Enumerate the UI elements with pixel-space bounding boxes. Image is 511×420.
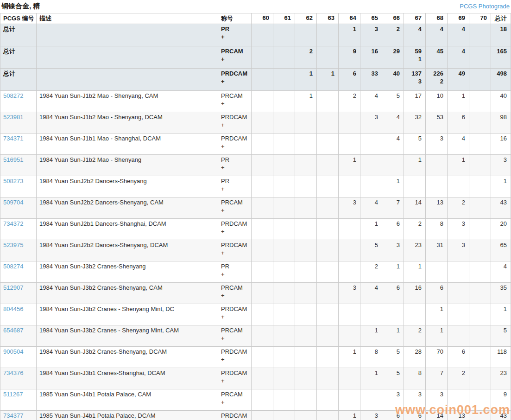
grade-count-cell (317, 197, 339, 219)
grade-count: 7 (440, 369, 443, 376)
total-count-cell: 3 (491, 155, 511, 176)
grade-count-cell (448, 176, 469, 197)
grade-count-cell (273, 389, 295, 411)
grade-count-cell (339, 112, 360, 134)
grade-count-cell (317, 112, 339, 134)
grade-count-cell (469, 176, 491, 197)
grade-count-cell (469, 197, 491, 219)
column-header: 称号 (218, 13, 252, 24)
grade-count-cell (273, 261, 295, 283)
grade-count-cell (317, 347, 339, 368)
grade-count: 137 (411, 70, 422, 77)
plus-designation-label: + (221, 185, 247, 193)
grade-count: 17 (415, 92, 422, 99)
grade-count: 13 (459, 412, 465, 419)
grade-count: 5 (397, 92, 400, 99)
description-cell: 1984 Yuan Sun-J1b2 Mao - Shenyang (37, 155, 218, 176)
column-header: 总计 (491, 13, 511, 24)
grade-count-cell: 29 (382, 46, 404, 69)
grade-count: 8 (375, 348, 378, 355)
pcgs-number-link[interactable]: 734371 (3, 135, 23, 142)
designation-label: PRCAM (221, 327, 243, 334)
grade-count-cell: 2262 (426, 69, 448, 91)
grade-count-cell: 16 (404, 283, 426, 304)
grade-count-cell (426, 261, 448, 283)
designation-label: PR (221, 178, 229, 185)
grade-count-cell: 14 (404, 197, 426, 219)
grade-count-cell: 1 (339, 411, 360, 420)
pcgs-number-link[interactable]: 900504 (3, 348, 23, 355)
grade-count: 6 (462, 348, 465, 355)
total-label: 总计 (0, 46, 37, 69)
pcgs-number-cell: 509704 (0, 197, 37, 219)
grade-count: 1 (440, 305, 443, 312)
designation-cell: PRDCAM+ (218, 112, 252, 134)
grade-count-cell: 14 (426, 411, 448, 420)
grade-count: 33 (372, 70, 378, 77)
designation-cell: PRDCAM+ (218, 134, 252, 155)
grade-count-cell (273, 283, 295, 304)
pcgs-number-link[interactable]: 511267 (3, 391, 23, 398)
pcgs-number-link[interactable]: 523975 (3, 242, 23, 248)
plus-designation-label: + (221, 270, 247, 278)
grade-count-cell (273, 325, 295, 347)
designation-label: PRDCAM (221, 348, 247, 355)
pcgs-number-link[interactable]: 509704 (3, 199, 23, 206)
pcgs-number-link[interactable]: 804456 (3, 305, 23, 312)
grade-count-cell: 1 (339, 155, 360, 176)
grade-count-cell: 4 (382, 134, 404, 155)
grade-count-cell (469, 304, 491, 325)
grade-count-cell: 70 (426, 347, 448, 368)
pcgs-number-link[interactable]: 508273 (3, 178, 23, 185)
plus-designation-label: + (221, 228, 247, 235)
grade-count-cell (469, 325, 491, 347)
grade-count-cell (273, 46, 295, 69)
grade-count-cell: 5 (382, 368, 404, 389)
designation-cell: PRDCAM+ (218, 347, 252, 368)
grade-count-cell: 23 (404, 240, 426, 261)
pcgs-number-cell: 512907 (0, 283, 37, 304)
pcgs-number-cell: 734376 (0, 368, 37, 389)
total-count-cell: 65 (491, 240, 511, 261)
pcgs-number-link[interactable]: 523981 (3, 114, 23, 121)
grade-count-cell (426, 176, 448, 197)
grade-count-cell: 1 (448, 91, 469, 112)
designation-cell: PRCAM+ (218, 325, 252, 347)
total-count-cell: 40 (491, 91, 511, 112)
pcgs-number-link[interactable]: 508272 (3, 92, 23, 99)
pcgs-number-link[interactable]: 734377 (3, 412, 23, 419)
designation-cell: PRDCAM+ (218, 411, 252, 420)
grade-count-cell: 10 (426, 91, 448, 112)
grade-count-cell: 1 (339, 24, 360, 46)
grade-count-cell (317, 176, 339, 197)
photograde-link[interactable]: PCGS Photograde (460, 3, 510, 10)
pcgs-number-link[interactable]: 654687 (3, 327, 23, 334)
grade-count-cell (295, 197, 317, 219)
grade-count: 29 (393, 48, 400, 55)
pcgs-number-link[interactable]: 734376 (3, 369, 23, 376)
grade-count: 3 (397, 391, 400, 398)
plus-designation-label: + (221, 121, 247, 129)
grade-count: 28 (415, 348, 422, 355)
grade-count: 3 (353, 199, 356, 206)
grade-count-cell (469, 112, 491, 134)
designation-cell: PRCAM+ (218, 283, 252, 304)
grade-count-cell: 6 (339, 69, 360, 91)
description-cell: 1984 Yuan Sun-J3b2 Cranes-Shenyang, DCAM (37, 347, 218, 368)
plus-designation-label: + (221, 356, 247, 363)
pcgs-number-link[interactable]: 516951 (3, 156, 23, 163)
grade-count: 3 (418, 391, 422, 398)
pcgs-number-link[interactable]: 512907 (3, 284, 23, 291)
table-row: 6546871984 Yuan Sun-J3b2 Cranes - Shenya… (0, 325, 511, 347)
total-count-cell: 35 (491, 283, 511, 304)
designation-cell: PRCAM+ (218, 91, 252, 112)
grade-count-cell (273, 91, 295, 112)
grade-count-cell: 7 (382, 197, 404, 219)
grade-count-cell (252, 219, 273, 240)
pcgs-number-link[interactable]: 734372 (3, 220, 23, 227)
grade-count-cell: 8 (404, 368, 426, 389)
total-count-cell: 23 (491, 368, 511, 389)
plus-designation-label: + (221, 292, 247, 299)
grade-count-cell: 4 (360, 283, 382, 304)
pcgs-number-link[interactable]: 508274 (3, 263, 23, 270)
